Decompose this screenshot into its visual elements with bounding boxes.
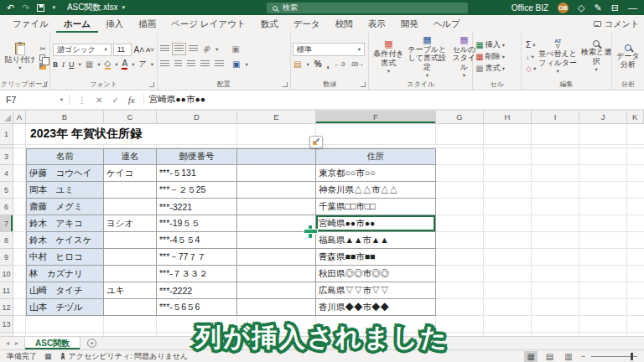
row-header-11[interactable]: 11 [0,282,13,299]
percent-icon[interactable]: % [314,59,322,69]
cell-joint[interactable] [104,199,157,215]
column-header-I[interactable]: I [532,111,579,123]
empty-cells[interactable] [436,299,644,316]
column-header-H[interactable]: H [484,111,532,123]
tab-view[interactable]: 表示 [361,15,393,33]
clipboard-dialog-launcher-icon[interactable] [42,82,47,87]
cell-inserted-empty[interactable] [237,299,316,316]
tab-developer[interactable]: 開発 [393,15,426,33]
comments-button[interactable]: コメント [594,15,639,33]
cell-name[interactable]: 齋藤 メグミ [26,199,104,215]
undo-icon[interactable]: ↶ [7,3,14,13]
insert-cells-button[interactable]: ▦ 挿入▾ [475,39,506,50]
number-format-combo[interactable]: 標準 ▾ [293,43,365,56]
cell-A[interactable] [13,249,26,266]
minimize-icon[interactable]: — [628,3,637,13]
cell-name[interactable]: 鈴木 アキコ [26,215,104,232]
cell-inserted-empty[interactable] [237,249,316,266]
column-header-A[interactable]: A [13,111,26,123]
select-all-button[interactable] [0,111,13,123]
cell-joint[interactable] [104,249,157,266]
row-header-10[interactable]: 10 [0,266,13,282]
cell-postal[interactable]: ***-2222 [157,282,237,299]
find-select-button[interactable]: 検索と選択 ▾ [579,39,614,73]
cancel-icon[interactable]: ✕ [96,96,102,105]
copy-icon[interactable] [39,54,45,61]
decrease-font-icon[interactable]: A˅ [146,46,154,54]
align-right-icon[interactable] [187,60,195,68]
empty-cells[interactable] [436,232,644,249]
align-left-icon[interactable] [160,60,169,68]
row-header-1[interactable]: 1 [0,124,13,145]
cell-postal[interactable]: ***－２５25 [157,182,237,199]
cell-name[interactable]: 林 カズナリ [26,266,104,282]
name-box[interactable]: F7 ▾ [0,90,69,109]
empty-cells[interactable] [436,199,644,215]
cell-address[interactable]: 広島県▽▽市▽▽ [316,282,436,299]
column-header-D[interactable]: D [157,111,237,123]
tab-page-layout[interactable]: ページ レイアウト [164,15,253,33]
formula-bar-value[interactable]: 宮崎県●●市●● [144,94,205,106]
redo-icon[interactable]: ↷ [22,3,29,13]
wrap-text-icon[interactable]: ▣ [231,45,239,54]
editing-mode-icon[interactable]: ✎ [595,3,602,13]
alignment-dialog-launcher-icon[interactable] [283,82,288,87]
cell-joint[interactable] [104,299,157,316]
account-avatar[interactable]: OB [558,3,569,13]
cell-postal[interactable]: ***-19５５ [157,215,237,232]
tab-insert[interactable]: 挿入 [98,15,131,33]
insert-options-button[interactable] [309,136,323,148]
increase-font-icon[interactable]: A˄ [133,45,144,54]
cell-inserted-empty[interactable] [237,165,316,182]
cell-A[interactable] [13,299,26,316]
tab-home[interactable]: ホーム [56,15,98,33]
cell-address[interactable]: 香川県◆◆市◆◆ [316,299,436,316]
insert-function-icon[interactable]: fx [128,95,135,105]
cell-address[interactable]: 青森県■■市■■ [316,249,436,266]
cell-postal[interactable]: ***-５6５6 [157,299,237,316]
cell-address[interactable]: 東京都○○市○○ [316,165,436,182]
cell-A[interactable] [13,182,26,199]
cell-inserted-empty[interactable] [237,182,316,199]
row-header-3[interactable]: 3 [0,148,13,165]
font-color-icon[interactable]: A [122,59,127,70]
tab-formulas[interactable]: 数式 [253,15,286,33]
cell-A[interactable] [13,165,26,182]
header-cell-address[interactable]: 住所 [316,148,436,165]
fill-button[interactable]: ↓▾ [525,52,537,61]
row-header-6[interactable]: 6 [0,199,13,215]
cell-E1[interactable] [237,124,316,145]
tab-review[interactable]: 校閲 [328,15,361,33]
font-size-combo[interactable]: 11 [113,44,132,56]
paste-button[interactable]: 貼り付け ▾ [3,42,37,72]
cell-address[interactable]: 秋田県◎◎市◎◎ [316,266,436,282]
cell-name[interactable]: 伊藤 コウヘイ [26,165,104,182]
cell-name[interactable]: 中村 ヒロコ [26,249,104,266]
zoom-slider[interactable] [591,356,637,357]
conditional-formatting-button[interactable]: ▦ 条件付き書式 ▾ [371,39,406,75]
bold-button[interactable]: B [53,60,58,69]
align-center-icon[interactable] [174,60,182,68]
comma-style-icon[interactable]: , [327,59,330,70]
row-header-8[interactable]: 8 [0,232,13,249]
increase-decimal-icon[interactable]: ←.0 [335,61,345,67]
column-header-F-selected[interactable]: F [316,111,436,123]
header-cell-postal[interactable]: 郵便番号 [157,148,237,165]
column-header-J[interactable]: J [579,111,627,123]
cell-name[interactable]: 岡本 ユミ [26,182,104,199]
cell-A[interactable] [13,266,26,282]
cell-address[interactable]: 福島県▲▲市▲▲ [316,232,436,249]
cell-joint[interactable]: ケイコ [104,165,157,182]
cell-joint[interactable]: ヨシオ [104,215,157,232]
cell-address[interactable]: 神奈川県△△市△△ [316,182,436,199]
empty-cells[interactable] [436,124,644,145]
cell-A[interactable] [13,199,26,215]
tab-file[interactable]: ファイル [5,15,56,33]
delete-cells-button[interactable]: ▦ 削除▾ [475,51,506,62]
empty-cells[interactable] [436,182,644,199]
empty-cells[interactable] [436,148,644,165]
row-header-4[interactable]: 4 [0,165,13,182]
row-header-12[interactable]: 12 [0,299,13,316]
clear-button[interactable]: ◇▾ [525,64,537,73]
increase-indent-icon[interactable] [215,60,224,68]
